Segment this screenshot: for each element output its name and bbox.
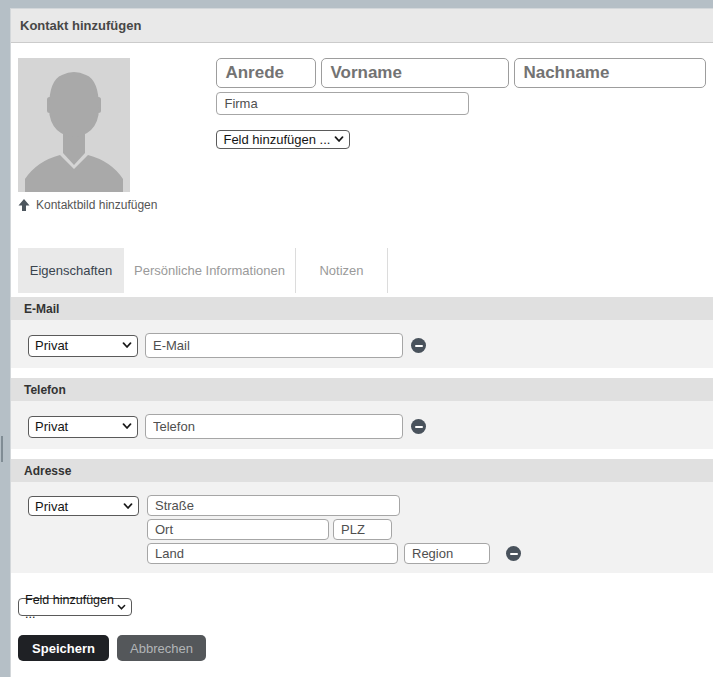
upload-contact-photo-label: Kontaktbild hinzufügen	[36, 198, 157, 212]
upload-arrow-icon	[18, 199, 30, 211]
remove-telefon-button[interactable]	[411, 419, 426, 434]
section-email: E-Mail Privat	[11, 297, 713, 368]
add-field-select-bottom-value: Feld hinzufügen ...	[25, 593, 117, 621]
section-telefon: Telefon Privat	[11, 378, 713, 449]
email-field[interactable]	[145, 333, 403, 358]
remove-email-button[interactable]	[411, 338, 426, 353]
land-field[interactable]	[147, 543, 398, 564]
tab-eigenschaften[interactable]: Eigenschaften	[18, 248, 124, 293]
firma-row	[216, 92, 706, 115]
adresse-row-strasse: Privat	[28, 495, 713, 516]
region-field[interactable]	[404, 543, 490, 564]
telefon-type-select-value: Privat	[35, 419, 68, 434]
telefon-field[interactable]	[145, 414, 403, 439]
adresse-type-select[interactable]: Privat	[28, 496, 139, 516]
section-email-header: E-Mail	[11, 297, 713, 320]
adresse-type-select-value: Privat	[35, 499, 68, 514]
firma-field[interactable]	[216, 92, 469, 115]
minus-icon	[415, 426, 423, 428]
cancel-button[interactable]: Abbrechen	[117, 635, 206, 661]
section-telefon-body: Privat	[11, 401, 713, 449]
email-type-select-value: Privat	[35, 338, 68, 353]
adresse-row-land-region	[147, 543, 713, 564]
minus-icon	[415, 345, 423, 347]
pane-splitter-handle[interactable]	[1, 436, 3, 462]
add-field-select-top[interactable]: Feld hinzufügen ...	[216, 130, 350, 149]
anrede-field[interactable]	[216, 58, 316, 88]
telefon-type-select[interactable]: Privat	[28, 416, 138, 438]
section-adresse-body: Privat	[11, 482, 713, 573]
name-row	[216, 58, 706, 88]
remove-adresse-button[interactable]	[506, 546, 521, 561]
dialog-titlebar: Kontakt hinzufügen	[11, 9, 713, 43]
save-button[interactable]: Speichern	[18, 635, 109, 661]
section-adresse-header: Adresse	[11, 459, 713, 482]
tab-notizen[interactable]: Notizen	[296, 248, 388, 293]
nachname-field[interactable]	[514, 58, 706, 88]
chevron-down-icon	[117, 604, 126, 611]
chevron-down-icon	[334, 136, 344, 143]
section-telefon-header: Telefon	[11, 378, 713, 401]
email-type-select[interactable]: Privat	[28, 335, 138, 357]
contact-tabs: Eigenschaften Persönliche Informationen …	[11, 248, 713, 293]
vorname-field[interactable]	[321, 58, 509, 88]
add-field-select-bottom[interactable]: Feld hinzufügen ...	[18, 598, 132, 616]
dialog-title: Kontakt hinzufügen	[20, 18, 141, 33]
plz-field[interactable]	[333, 519, 392, 540]
section-email-body: Privat	[11, 320, 713, 368]
chevron-down-icon	[123, 503, 133, 510]
add-field-select-top-value: Feld hinzufügen ...	[223, 132, 330, 147]
name-fields-column: Feld hinzufügen ...	[216, 58, 706, 212]
contact-header-area: Kontaktbild hinzufügen Feld hinzufügen .…	[11, 43, 713, 212]
chevron-down-icon	[122, 423, 132, 430]
strasse-field[interactable]	[147, 495, 400, 516]
contact-photo-placeholder	[18, 58, 130, 192]
minus-icon	[510, 553, 518, 555]
photo-column: Kontaktbild hinzufügen	[18, 58, 157, 212]
upload-contact-photo-link[interactable]: Kontaktbild hinzufügen	[18, 198, 157, 212]
tab-persoenliche-informationen[interactable]: Persönliche Informationen	[124, 248, 296, 293]
section-adresse: Adresse Privat	[11, 459, 713, 573]
add-contact-dialog: Kontakt hinzufügen Kontaktbild hinzufüge…	[10, 8, 713, 677]
chevron-down-icon	[122, 342, 132, 349]
adresse-row-ort-plz	[147, 519, 713, 540]
ort-field[interactable]	[147, 519, 329, 540]
dialog-actions: Speichern Abbrechen	[18, 635, 713, 661]
